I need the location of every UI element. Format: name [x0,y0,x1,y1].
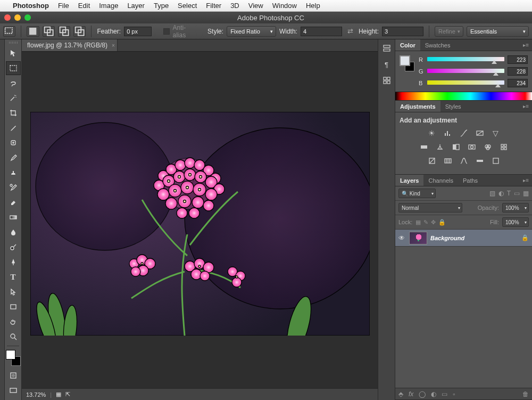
clone-stamp-tool[interactable] [6,166,21,179]
menu-3d[interactable]: 3D [230,2,239,10]
delete-layer-icon[interactable]: 🗑 [522,390,529,398]
blur-tool[interactable] [6,225,21,239]
layer-item[interactable]: 👁 Background 🔒 [395,230,532,247]
menu-layer[interactable]: Layer [127,2,145,10]
levels-icon[interactable] [443,128,453,138]
selection-subtract-icon[interactable] [58,26,70,37]
panel-menu-icon[interactable]: ▸≡ [520,177,532,183]
eyedropper-tool[interactable] [6,121,21,135]
brightness-icon[interactable]: ☀ [427,128,437,138]
marquee-tool[interactable] [6,61,21,75]
menu-view[interactable]: View [248,2,263,10]
color-swatches-tool[interactable] [6,350,21,366]
selective-color-icon[interactable] [491,156,501,166]
panel-color-swatches[interactable] [400,55,414,71]
panel-menu-icon[interactable]: ▸≡ [520,42,532,48]
r-slider[interactable] [427,57,504,62]
lock-all-icon[interactable]: 🔒 [438,219,446,226]
swap-dimensions-icon[interactable]: ⇄ [345,27,355,35]
panel-menu-icon[interactable]: ▸≡ [520,103,532,109]
new-layer-icon[interactable]: ▫ [453,390,455,398]
tab-swatches[interactable]: Swatches [420,39,455,51]
menu-type[interactable]: Type [154,2,169,10]
blend-mode-select[interactable]: Normal [398,203,462,213]
new-adjustment-icon[interactable]: ◐ [431,390,436,398]
menu-photoshop[interactable]: Photoshop [13,2,49,10]
layer-lock-icon[interactable]: 🔒 [521,234,529,241]
height-input[interactable] [382,27,423,36]
b-value[interactable]: 234 [508,79,528,87]
layer-mask-icon[interactable]: ◯ [419,390,426,398]
filter-type-icon[interactable]: T [507,190,511,197]
layer-filter-select[interactable]: 🔍 Kind [398,189,436,198]
status-info-icon[interactable]: ▦ [56,391,61,398]
filter-pixel-icon[interactable]: ▧ [489,190,495,197]
channel-mixer-icon[interactable] [483,142,493,152]
tab-styles[interactable]: Styles [440,101,466,112]
dodge-tool[interactable] [6,240,21,254]
brush-tool[interactable] [6,151,21,165]
menu-help[interactable]: Help [306,2,320,10]
gradient-map-icon[interactable] [475,156,485,166]
magic-wand-tool[interactable] [6,91,21,105]
g-slider[interactable] [427,69,504,74]
curves-icon[interactable] [459,128,469,138]
feather-input[interactable] [124,27,152,36]
properties-panel-icon[interactable] [381,75,393,86]
move-tool[interactable] [6,46,21,60]
color-balance-icon[interactable] [435,142,445,152]
refine-button[interactable]: Refine [435,26,463,37]
exposure-icon[interactable] [475,128,485,138]
history-panel-icon[interactable] [381,43,393,54]
document-tab[interactable]: flower.jpg @ 13.7% (RGB/8) × [22,39,118,51]
posterize-icon[interactable] [443,156,453,166]
lock-position-icon[interactable]: ✥ [431,219,436,226]
selection-intersect-icon[interactable] [73,26,86,37]
layer-name[interactable]: Background [430,235,464,241]
zoom-status[interactable]: 13.72% [26,391,46,398]
canvas[interactable] [30,112,370,336]
hue-icon[interactable] [419,142,429,152]
menu-filter[interactable]: Filter [206,2,221,10]
invert-icon[interactable] [427,156,437,166]
tab-channels[interactable]: Channels [423,175,458,186]
selection-new-icon[interactable] [27,26,39,37]
r-value[interactable]: 223 [508,55,528,64]
selection-add-icon[interactable] [43,26,55,37]
g-value[interactable]: 228 [508,67,528,76]
zoom-tool[interactable] [6,330,21,344]
layer-fx-icon[interactable]: fx [409,390,413,398]
photo-filter-icon[interactable] [467,142,477,152]
status-share-icon[interactable]: ⇱ [65,391,70,398]
lasso-tool[interactable] [6,76,21,90]
filter-adjustment-icon[interactable]: ◐ [498,190,504,197]
panel-fg-swatch[interactable] [400,55,410,66]
width-input[interactable] [301,27,342,36]
opacity-input[interactable]: 100% [502,203,529,213]
crop-tool[interactable] [6,106,21,120]
path-selection-tool[interactable] [6,285,21,299]
tool-preset-picker[interactable] [3,26,15,37]
b-slider[interactable] [427,80,504,86]
pen-tool[interactable] [6,255,21,269]
bw-icon[interactable] [451,142,461,152]
gradient-tool[interactable] [6,210,21,224]
healing-brush-tool[interactable] [6,136,21,150]
menu-file[interactable]: File [58,2,69,10]
fill-input[interactable]: 100% [502,217,529,227]
tab-color[interactable]: Color [395,39,420,51]
menu-image[interactable]: Image [99,2,118,10]
history-brush-tool[interactable] [6,181,21,194]
color-lookup-icon[interactable] [498,142,509,152]
tab-layers[interactable]: Layers [395,175,423,186]
style-select[interactable]: Fixed Ratio [227,26,276,37]
threshold-icon[interactable] [459,156,469,166]
type-tool[interactable]: T [6,270,21,284]
menu-select[interactable]: Select [178,2,197,10]
filter-smart-icon[interactable]: ▦ [523,190,529,197]
vibrance-icon[interactable]: ▽ [491,128,501,138]
layer-thumbnail[interactable] [409,232,427,244]
screen-mode-tool[interactable] [6,383,21,397]
character-panel-icon[interactable]: ¶ [381,59,393,70]
new-group-icon[interactable]: ▭ [442,390,447,398]
